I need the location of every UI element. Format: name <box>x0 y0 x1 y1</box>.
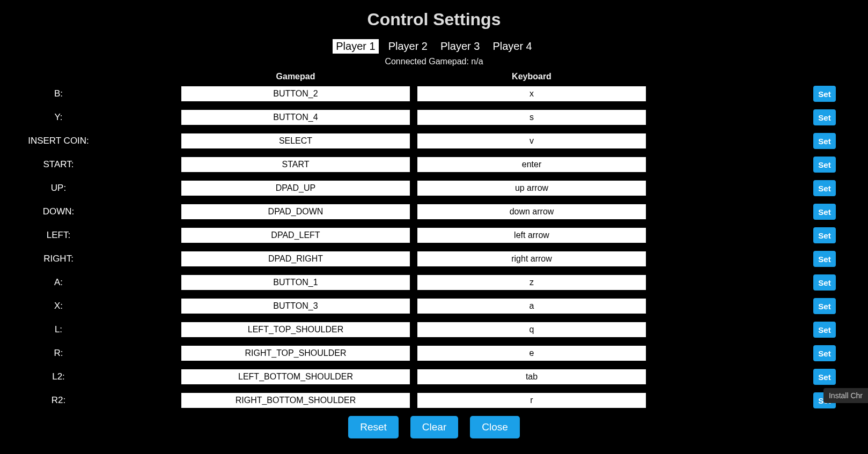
player-tabs: Player 1Player 2Player 3Player 4 <box>0 39 868 54</box>
set-button[interactable]: Set <box>813 345 836 361</box>
page-title: Control Settings <box>0 10 868 29</box>
keyboard-field[interactable] <box>417 181 646 196</box>
control-label: RIGHT: <box>0 254 181 264</box>
keyboard-field[interactable] <box>417 393 646 408</box>
tab-player-1[interactable]: Player 1 <box>333 39 378 54</box>
set-button[interactable]: Set <box>813 274 836 291</box>
tab-player-4[interactable]: Player 4 <box>489 39 535 54</box>
connected-gamepad-label: Connected Gamepad: n/a <box>0 57 868 66</box>
keyboard-field[interactable] <box>417 157 646 172</box>
control-row: UP:Set <box>0 180 868 196</box>
control-label: L: <box>0 324 181 335</box>
gamepad-field[interactable] <box>181 110 410 125</box>
set-button[interactable]: Set <box>813 227 836 243</box>
set-button[interactable]: Set <box>813 86 836 102</box>
gamepad-field[interactable] <box>181 299 410 314</box>
keyboard-field[interactable] <box>417 110 646 125</box>
column-header-keyboard: Keyboard <box>417 72 646 81</box>
tab-player-3[interactable]: Player 3 <box>437 39 483 54</box>
control-row: Y:Set <box>0 109 868 125</box>
control-row: A:Set <box>0 274 868 291</box>
control-label: Y: <box>0 112 181 123</box>
control-row: L2:Set <box>0 369 868 385</box>
control-label: X: <box>0 301 181 311</box>
gamepad-field[interactable] <box>181 157 410 172</box>
control-label: B: <box>0 88 181 99</box>
keyboard-field[interactable] <box>417 251 646 266</box>
set-button[interactable]: Set <box>813 298 836 314</box>
column-header-gamepad: Gamepad <box>181 72 410 81</box>
set-button[interactable]: Set <box>813 157 836 173</box>
gamepad-field[interactable] <box>181 251 410 266</box>
control-label: R2: <box>0 395 181 406</box>
tab-player-2[interactable]: Player 2 <box>385 39 431 54</box>
keyboard-field[interactable] <box>417 228 646 243</box>
keyboard-field[interactable] <box>417 275 646 290</box>
set-button[interactable]: Set <box>813 322 836 338</box>
set-button[interactable]: Set <box>813 204 836 220</box>
control-label: A: <box>0 277 181 288</box>
control-row: L:Set <box>0 322 868 338</box>
set-button[interactable]: Set <box>813 180 836 196</box>
control-row: B:Set <box>0 86 868 102</box>
control-row: INSERT COIN:Set <box>0 133 868 149</box>
control-row: RIGHT:Set <box>0 251 868 267</box>
control-row: R2:Set <box>0 392 868 408</box>
control-label: UP: <box>0 183 181 193</box>
gamepad-field[interactable] <box>181 133 410 148</box>
set-button[interactable]: Set <box>813 109 836 125</box>
keyboard-field[interactable] <box>417 204 646 219</box>
install-chrome-hint[interactable]: Install Chr <box>823 388 868 403</box>
gamepad-field[interactable] <box>181 275 410 290</box>
set-button[interactable]: Set <box>813 133 836 149</box>
keyboard-field[interactable] <box>417 133 646 148</box>
gamepad-field[interactable] <box>181 228 410 243</box>
control-row: START:Set <box>0 157 868 173</box>
set-button[interactable]: Set <box>813 369 836 385</box>
control-label: L2: <box>0 371 181 382</box>
gamepad-field[interactable] <box>181 204 410 219</box>
keyboard-field[interactable] <box>417 299 646 314</box>
keyboard-field[interactable] <box>417 86 646 101</box>
set-button[interactable]: Set <box>813 251 836 267</box>
gamepad-field[interactable] <box>181 369 410 384</box>
gamepad-field[interactable] <box>181 322 410 337</box>
control-row: LEFT:Set <box>0 227 868 243</box>
keyboard-field[interactable] <box>417 346 646 361</box>
clear-button[interactable]: Clear <box>410 416 458 438</box>
control-label: R: <box>0 348 181 359</box>
control-label: INSERT COIN: <box>0 136 181 146</box>
control-row: X:Set <box>0 298 868 314</box>
control-row: R:Set <box>0 345 868 361</box>
gamepad-field[interactable] <box>181 393 410 408</box>
gamepad-field[interactable] <box>181 346 410 361</box>
reset-button[interactable]: Reset <box>348 416 399 438</box>
control-row: DOWN:Set <box>0 204 868 220</box>
gamepad-field[interactable] <box>181 86 410 101</box>
keyboard-field[interactable] <box>417 369 646 384</box>
gamepad-field[interactable] <box>181 181 410 196</box>
keyboard-field[interactable] <box>417 322 646 337</box>
close-button[interactable]: Close <box>470 416 520 438</box>
control-label: START: <box>0 159 181 170</box>
control-label: LEFT: <box>0 230 181 241</box>
control-label: DOWN: <box>0 206 181 217</box>
